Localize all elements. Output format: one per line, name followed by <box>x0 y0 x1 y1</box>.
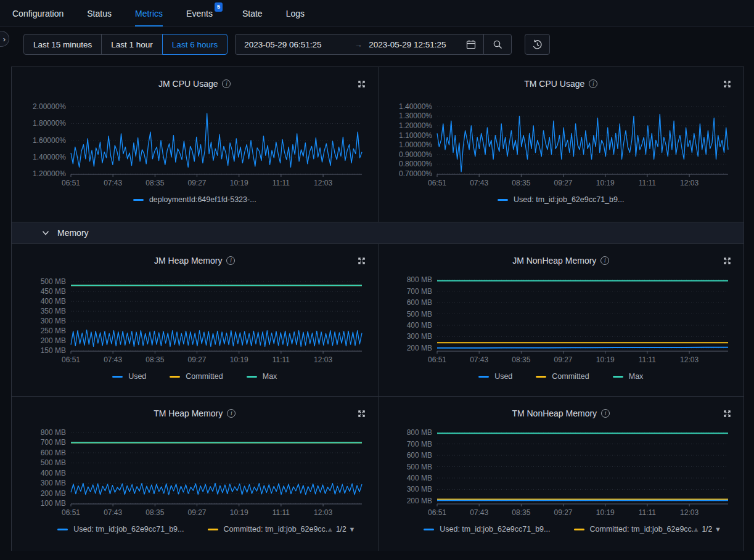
range-last-6-hours-button[interactable]: Last 6 hours <box>162 34 227 55</box>
svg-text:500 MB: 500 MB <box>40 277 65 286</box>
svg-text:300 MB: 300 MB <box>406 332 432 341</box>
legend-swatch <box>498 199 508 201</box>
svg-text:11:11: 11:11 <box>273 179 290 187</box>
svg-text:300 MB: 300 MB <box>406 485 432 493</box>
legend-swatch <box>424 529 434 530</box>
info-icon[interactable]: i <box>589 79 597 88</box>
svg-text:400 MB: 400 MB <box>40 297 65 306</box>
chart-plot-area: 800 MB700 MB600 MB500 MB400 MB300 MB200 … <box>384 275 738 368</box>
fullscreen-arrows-icon <box>356 408 367 419</box>
jm-memory-chart-row: JM Heap Memory i 500 MB450 MB400 MB350 M… <box>12 244 744 396</box>
range-last-15-minutes-button[interactable]: Last 15 minutes <box>23 34 102 55</box>
svg-text:07:43: 07:43 <box>470 179 488 187</box>
calendar-icon <box>466 39 476 49</box>
legend-page-down-icon[interactable]: ▼ <box>349 526 356 533</box>
svg-text:500 MB: 500 MB <box>40 458 65 467</box>
start-datetime-value[interactable]: 2023-05-29 06:51:25 <box>244 40 348 49</box>
chart-legend: Used: tm_id:job_62e9cc71_b9...Committed:… <box>382 525 740 534</box>
chart-plot-area: 800 MB700 MB600 MB500 MB400 MB300 MB200 … <box>384 428 738 521</box>
expand-chart-button[interactable] <box>356 256 367 268</box>
fullscreen-arrows-icon <box>722 256 732 266</box>
svg-text:800 MB: 800 MB <box>40 428 65 437</box>
chart-title-row: TM Heap Memory i <box>15 408 374 423</box>
legend-item[interactable]: Committed <box>170 372 223 381</box>
svg-text:08:35: 08:35 <box>145 355 164 364</box>
legend-page-up-icon[interactable]: ▲ <box>327 526 334 533</box>
tab-status[interactable]: Status <box>87 0 112 26</box>
svg-text:200 MB: 200 MB <box>40 336 65 345</box>
legend-item[interactable]: Committed: tm_id:job_62e9cc... <box>574 525 699 534</box>
chart-panel-jm-nonheap-memory: JM NonHeap Memory i 800 MB700 MB600 MB50… <box>378 244 744 396</box>
search-icon <box>493 39 502 49</box>
refresh-history-button[interactable] <box>525 34 550 55</box>
tab-logs[interactable]: Logs <box>286 0 305 26</box>
legend-item[interactable]: Used: tm_id:job_62e9cc71_b9... <box>57 525 184 534</box>
chevron-down-icon <box>41 229 50 237</box>
svg-text:11:11: 11:11 <box>639 179 657 187</box>
legend-item[interactable]: deploymentId:649ef1fd-5323-... <box>133 195 256 204</box>
legend-item[interactable]: Used: tm_id:job_62e9cc71_b9... <box>498 195 624 204</box>
expand-chart-button[interactable] <box>356 79 367 91</box>
svg-text:350 MB: 350 MB <box>40 307 65 315</box>
svg-text:200 MB: 200 MB <box>406 344 432 352</box>
tab-metrics[interactable]: Metrics <box>135 0 163 26</box>
legend-swatch <box>247 376 257 378</box>
legend-swatch <box>613 376 623 378</box>
legend-item[interactable]: Committed: tm_id:job_62e9cc... <box>208 525 332 534</box>
range-last-1-hour-button[interactable]: Last 1 hour <box>101 34 163 55</box>
legend-item[interactable]: Committed <box>536 372 589 381</box>
svg-text:0.80000%: 0.80000% <box>399 160 432 168</box>
legend-item[interactable]: Max <box>613 372 644 381</box>
svg-text:10:19: 10:19 <box>229 355 248 364</box>
legend-item[interactable]: Max <box>247 372 277 381</box>
legend-label: Max <box>263 372 277 381</box>
chart-title-text: TM NonHeap Memory <box>512 408 597 418</box>
tab-events[interactable]: Events 5 <box>186 0 213 26</box>
svg-text:400 MB: 400 MB <box>406 474 432 482</box>
svg-text:10:19: 10:19 <box>596 355 614 364</box>
svg-text:0.90000%: 0.90000% <box>399 150 432 159</box>
legend-item[interactable]: Used <box>478 372 512 381</box>
svg-text:06:51: 06:51 <box>62 508 80 517</box>
svg-text:10:19: 10:19 <box>596 179 614 187</box>
search-button[interactable] <box>483 34 512 55</box>
end-datetime-value[interactable]: 2023-05-29 12:51:25 <box>369 40 466 49</box>
legend-page-up-icon[interactable]: ▲ <box>693 526 700 533</box>
tab-label: Logs <box>286 9 305 18</box>
svg-text:06:51: 06:51 <box>62 355 80 364</box>
history-clock-icon <box>532 39 543 50</box>
info-icon[interactable]: i <box>601 409 610 418</box>
expand-chart-button[interactable] <box>722 79 732 91</box>
svg-text:09:27: 09:27 <box>187 179 206 187</box>
legend-label: Used <box>494 372 512 381</box>
info-icon[interactable]: i <box>227 409 236 418</box>
chart-title-row: JM CPU Usage i <box>15 78 374 93</box>
expand-chart-button[interactable] <box>722 256 732 268</box>
chart-title: JM NonHeap Memory i <box>512 256 609 266</box>
svg-text:09:27: 09:27 <box>554 508 572 517</box>
legend-item[interactable]: Used: tm_id:job_62e9cc71_b9... <box>424 525 550 534</box>
svg-text:600 MB: 600 MB <box>406 451 432 460</box>
legend-page-down-icon[interactable]: ▼ <box>715 526 721 533</box>
svg-text:11:11: 11:11 <box>639 355 657 364</box>
chart-panel-tm-cpu-usage: TM CPU Usage i 1.40000%1.30000%1.20000%1… <box>378 67 744 222</box>
tab-state[interactable]: State <box>242 0 263 26</box>
info-icon[interactable]: i <box>226 256 235 265</box>
svg-text:09:27: 09:27 <box>554 179 572 187</box>
svg-text:11:11: 11:11 <box>639 508 657 517</box>
tab-configuration[interactable]: Configuration <box>12 0 64 26</box>
chart-title: TM NonHeap Memory i <box>512 408 610 418</box>
svg-text:07:43: 07:43 <box>470 355 488 364</box>
chevron-right-icon: › <box>3 34 6 44</box>
expand-chart-button[interactable] <box>722 408 732 421</box>
legend-item[interactable]: Used <box>112 372 146 381</box>
svg-text:450 MB: 450 MB <box>40 287 65 296</box>
info-icon[interactable]: i <box>222 79 231 88</box>
svg-text:1.20000%: 1.20000% <box>399 121 432 130</box>
svg-text:07:43: 07:43 <box>104 355 122 364</box>
fullscreen-arrows-icon <box>356 79 367 89</box>
memory-section-header[interactable]: Memory <box>12 222 744 244</box>
info-icon[interactable]: i <box>600 256 609 265</box>
expand-chart-button[interactable] <box>356 408 367 421</box>
date-range-picker[interactable]: 2023-05-29 06:51:25 → 2023-05-29 12:51:2… <box>235 34 484 55</box>
